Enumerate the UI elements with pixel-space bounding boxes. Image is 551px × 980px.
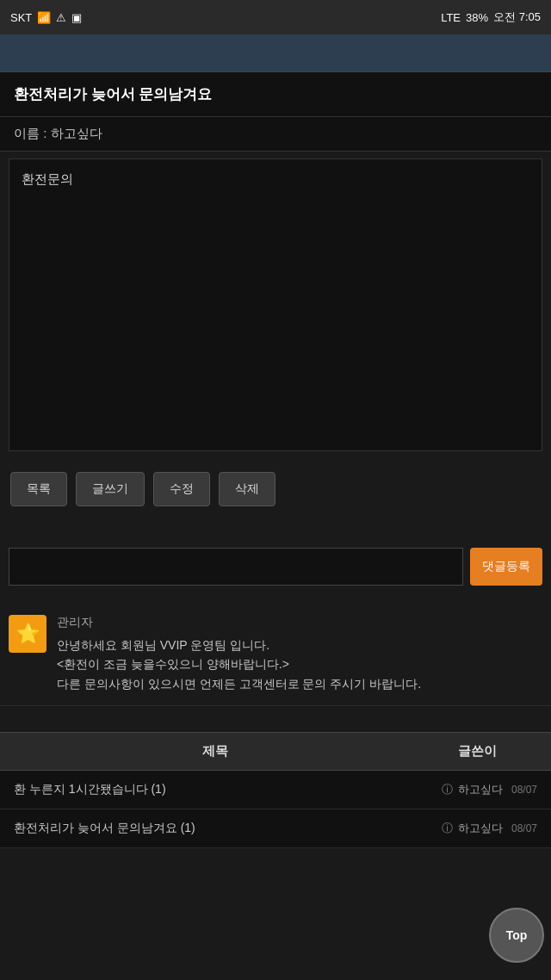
status-right: LTE 38% 오전 7:05 [441, 9, 541, 25]
list-row-title: 환전처리가 늦어서 문의남겨요 (1) [14, 821, 417, 836]
bottom-list-section: 제목 글쓴이 환 누른지 1시간됐습니다 (1) ⓘ 하고싶다 08/07 환전… [0, 732, 551, 848]
top-nav [0, 34, 551, 72]
sim-icon: ▣ [71, 11, 82, 24]
list-row[interactable]: 환 누른지 1시간됐습니다 (1) ⓘ 하고싶다 08/07 [0, 771, 551, 809]
write-button[interactable]: 글쓰기 [76, 472, 145, 506]
list-row-title: 환 누른지 1시간됐습니다 (1) [14, 782, 417, 797]
post-content-text: 환전문의 [22, 171, 529, 188]
comment-item: ⭐ 관리자 안녕하세요 회원님 VVIP 운영팀 입니다.<환전이 조금 늦을수… [0, 603, 551, 706]
post-title: 환전처리가 늦어서 문의남겨요 [14, 84, 537, 104]
author-icon: ⓘ [442, 782, 453, 797]
comment-section: 댓글등록 [0, 537, 551, 592]
battery-label: 38% [466, 11, 488, 24]
list-row[interactable]: 환전처리가 늦어서 문의남겨요 (1) ⓘ 하고싶다 08/07 [0, 809, 551, 848]
post-content-section: 환전문의 [9, 158, 542, 451]
list-header: 제목 글쓴이 [0, 733, 551, 771]
post-author: 이름 : 하고싶다 [14, 126, 537, 142]
row-date: 08/07 [511, 822, 537, 834]
row-date: 08/07 [511, 784, 537, 796]
edit-button[interactable]: 수정 [153, 472, 210, 506]
carrier-label: SKT [10, 11, 32, 24]
action-buttons: 목록 글쓰기 수정 삭제 [0, 458, 551, 520]
network-label: LTE [441, 11, 461, 24]
top-button-label: Top [506, 928, 528, 942]
comment-author-name: 관리자 [57, 615, 421, 630]
list-header-title: 제목 [14, 743, 417, 760]
comment-list: ⭐ 관리자 안녕하세요 회원님 VVIP 운영팀 입니다.<환전이 조금 늦을수… [0, 603, 551, 706]
author-icon: ⓘ [442, 821, 453, 836]
post-author-section: 이름 : 하고싶다 [0, 117, 551, 152]
list-header-author: 글쓴이 [417, 743, 537, 760]
comment-input[interactable] [9, 548, 463, 586]
comment-content: 관리자 안녕하세요 회원님 VVIP 운영팀 입니다.<환전이 조금 늦을수있으… [57, 615, 421, 693]
author-name: 하고싶다 [458, 821, 503, 836]
list-button[interactable]: 목록 [10, 472, 67, 506]
signal-icon: 📶 [37, 11, 51, 24]
comment-avatar: ⭐ [9, 615, 46, 653]
delete-button[interactable]: 삭제 [219, 472, 276, 506]
status-bar: SKT 📶 ⚠ ▣ LTE 38% 오전 7:05 [0, 0, 551, 34]
comment-input-row: 댓글등록 [9, 548, 542, 586]
list-row-author: ⓘ 하고싶다 08/07 [417, 782, 537, 797]
post-title-section: 환전처리가 늦어서 문의남겨요 [0, 72, 551, 117]
status-left: SKT 📶 ⚠ ▣ [10, 11, 82, 24]
comment-submit-button[interactable]: 댓글등록 [470, 548, 542, 586]
author-name: 하고싶다 [458, 782, 503, 797]
list-row-author: ⓘ 하고싶다 08/07 [417, 821, 537, 836]
time-label: 오전 7:05 [493, 9, 541, 25]
comment-body: 안녕하세요 회원님 VVIP 운영팀 입니다.<환전이 조금 늦을수있으니 양해… [57, 636, 421, 693]
alert-icon: ⚠ [56, 11, 66, 24]
top-button[interactable]: Top [489, 908, 544, 963]
